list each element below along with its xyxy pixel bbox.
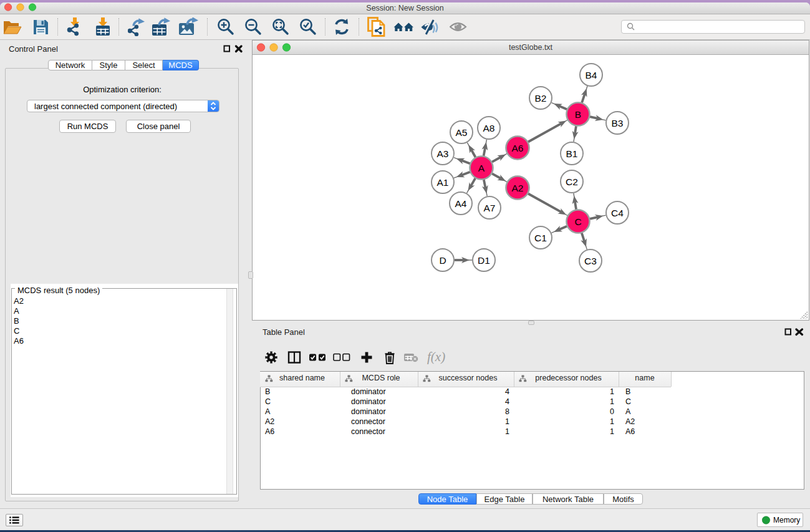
- svg-text:A: A: [478, 163, 485, 173]
- svg-text:A4: A4: [455, 198, 467, 209]
- svg-text:B4: B4: [586, 70, 597, 80]
- svg-text:D: D: [439, 255, 446, 266]
- svg-text:C4: C4: [611, 208, 624, 218]
- svg-text:C3: C3: [584, 256, 597, 266]
- svg-text:C: C: [574, 216, 581, 227]
- svg-text:A5: A5: [456, 127, 468, 138]
- svg-text:B2: B2: [535, 93, 547, 104]
- svg-text:C1: C1: [534, 233, 547, 243]
- svg-text:A3: A3: [437, 148, 449, 159]
- svg-text:B1: B1: [566, 148, 578, 159]
- svg-text:A8: A8: [483, 123, 495, 133]
- svg-text:A6: A6: [512, 143, 524, 153]
- svg-text:D1: D1: [478, 255, 490, 266]
- svg-text:B3: B3: [612, 118, 624, 128]
- svg-text:C2: C2: [566, 177, 578, 187]
- svg-text:A1: A1: [437, 177, 449, 188]
- svg-text:A7: A7: [484, 203, 496, 213]
- svg-text:A2: A2: [512, 183, 524, 193]
- svg-text:B: B: [575, 109, 581, 120]
